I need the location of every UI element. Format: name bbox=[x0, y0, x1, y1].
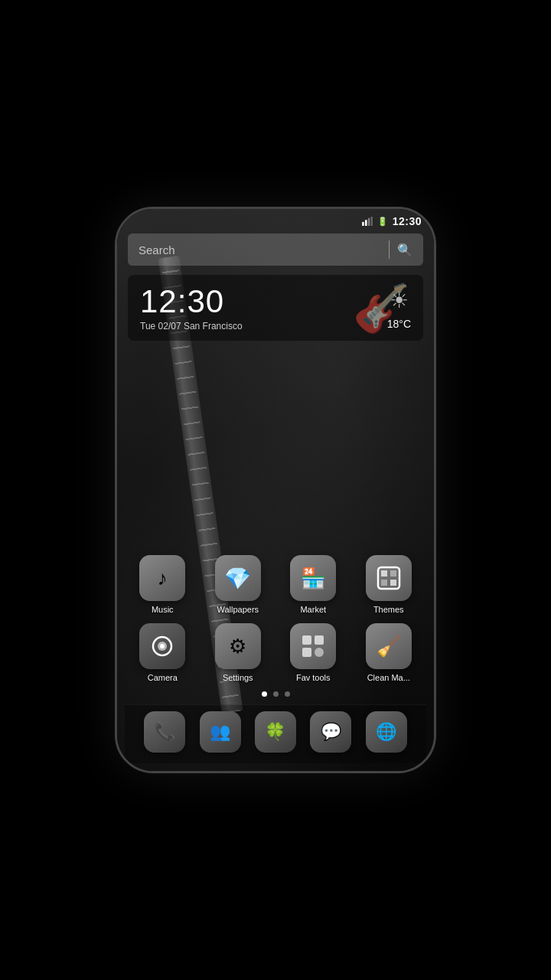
svg-rect-8 bbox=[390, 580, 396, 586]
dock-phone[interactable]: 📞 bbox=[144, 711, 185, 753]
market-label: Market bbox=[300, 605, 326, 614]
wallpapers-label: Wallpapers bbox=[217, 605, 259, 614]
cleanmaster-label: Clean Ma... bbox=[367, 673, 410, 682]
camera-label: Camera bbox=[148, 673, 178, 682]
dock-browser[interactable]: 🌐 bbox=[366, 711, 407, 753]
app-settings[interactable]: ⚙ Settings bbox=[207, 623, 269, 682]
music-label: Music bbox=[152, 605, 174, 614]
page-dot-2[interactable] bbox=[273, 691, 279, 697]
svg-rect-3 bbox=[370, 217, 372, 226]
app-row-2: Camera ⚙ Settings bbox=[125, 623, 426, 682]
status-bar: 🔋 12:30 bbox=[117, 209, 434, 230]
app-themes[interactable]: Themes bbox=[358, 555, 419, 614]
page-dots bbox=[125, 691, 426, 697]
app-market[interactable]: 🏪 Market bbox=[282, 555, 344, 614]
app-cleanmaster[interactable]: 🧹 Clean Ma... bbox=[358, 623, 419, 682]
search-divider bbox=[389, 240, 390, 259]
settings-icon: ⚙ bbox=[215, 623, 261, 669]
status-time: 12:30 bbox=[393, 215, 422, 227]
music-icon: ♪ bbox=[139, 555, 185, 601]
svg-rect-13 bbox=[315, 635, 324, 645]
svg-rect-2 bbox=[368, 218, 370, 226]
dock-messages[interactable]: 💬 bbox=[310, 711, 351, 753]
favtools-label: Fav tools bbox=[296, 673, 331, 682]
search-placeholder[interactable]: Search bbox=[139, 243, 381, 256]
svg-rect-7 bbox=[381, 580, 387, 586]
screen-content: 🔋 12:30 Search 🔍 12:30 Tue 02/07 San Fra… bbox=[117, 209, 434, 771]
widget-date: Tue 02/07 San Francisco bbox=[140, 321, 243, 332]
svg-rect-0 bbox=[362, 222, 364, 226]
wallpapers-icon: 💎 bbox=[215, 555, 261, 601]
phone-shell: 🔋 12:30 Search 🔍 12:30 Tue 02/07 San Fra… bbox=[115, 207, 436, 773]
page-dot-1[interactable] bbox=[262, 691, 267, 697]
app-music[interactable]: ♪ Music bbox=[132, 555, 193, 614]
widget-time: 12:30 bbox=[140, 286, 243, 318]
apps-area: ♪ Music 💎 Wallpapers 🏪 Market bbox=[117, 348, 434, 771]
phone-screen: 🔋 12:30 Search 🔍 12:30 Tue 02/07 San Fra… bbox=[117, 209, 434, 771]
camera-icon bbox=[139, 623, 185, 669]
favtools-icon bbox=[290, 623, 336, 669]
clock-widget: 12:30 Tue 02/07 San Francisco ☀ 18°C 🎸 bbox=[128, 275, 423, 341]
dock-clover[interactable]: 🍀 bbox=[255, 711, 296, 753]
search-bar[interactable]: Search 🔍 bbox=[128, 234, 423, 266]
search-icon[interactable]: 🔍 bbox=[397, 243, 412, 257]
app-favtools[interactable]: Fav tools bbox=[282, 623, 344, 682]
signal-icon bbox=[362, 217, 373, 226]
page-dot-3[interactable] bbox=[285, 691, 290, 697]
clock-left: 12:30 Tue 02/07 San Francisco bbox=[140, 286, 243, 332]
dock-contacts[interactable]: 👥 bbox=[200, 711, 241, 753]
svg-rect-12 bbox=[302, 635, 311, 645]
svg-point-11 bbox=[160, 644, 165, 648]
dock: 📞 👥 🍀 💬 🌐 bbox=[125, 704, 426, 763]
svg-point-15 bbox=[315, 648, 324, 657]
app-row-1: ♪ Music 💎 Wallpapers 🏪 Market bbox=[125, 555, 426, 614]
app-wallpapers[interactable]: 💎 Wallpapers bbox=[207, 555, 269, 614]
market-icon: 🏪 bbox=[290, 555, 336, 601]
settings-label: Settings bbox=[223, 673, 253, 682]
svg-rect-6 bbox=[390, 570, 396, 577]
app-camera[interactable]: Camera bbox=[132, 623, 193, 682]
cleanmaster-icon: 🧹 bbox=[366, 623, 412, 669]
themes-label: Themes bbox=[373, 605, 404, 614]
svg-rect-14 bbox=[302, 648, 311, 657]
battery-icon: 🔋 bbox=[377, 217, 388, 227]
svg-rect-5 bbox=[381, 570, 387, 577]
svg-rect-1 bbox=[365, 220, 367, 226]
guitar-decoration: 🎸 bbox=[347, 275, 416, 341]
themes-icon bbox=[366, 555, 412, 601]
